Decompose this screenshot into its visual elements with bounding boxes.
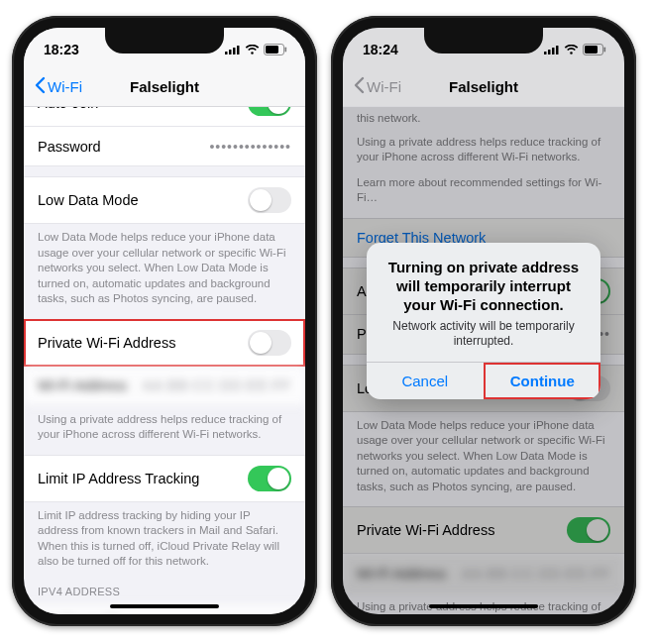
back-button[interactable]: Wi-Fi xyxy=(30,67,86,106)
svg-rect-13 xyxy=(604,48,606,53)
svg-rect-0 xyxy=(225,52,228,54)
svg-rect-9 xyxy=(552,48,555,54)
password-row[interactable]: Password •••••••••••••• xyxy=(24,127,305,166)
chevron-left-icon xyxy=(34,76,46,97)
svg-rect-2 xyxy=(233,48,236,54)
limit-tracking-toggle[interactable] xyxy=(248,466,291,491)
page-title: Falselight xyxy=(130,78,199,95)
auto-join-toggle[interactable] xyxy=(248,107,291,116)
page-title: Falselight xyxy=(449,78,518,95)
wifi-address-label: Wi-Fi Address xyxy=(38,377,127,393)
svg-rect-6 xyxy=(285,48,287,53)
settings-list[interactable]: Auto-Join Password •••••••••••••• Low Da… xyxy=(24,107,305,614)
svg-rect-10 xyxy=(556,46,559,54)
svg-rect-3 xyxy=(237,46,240,54)
alert-dialog: Turning on private address will temporar… xyxy=(367,243,600,398)
low-data-toggle[interactable] xyxy=(248,187,291,213)
status-indicators xyxy=(225,44,287,55)
battery-icon xyxy=(583,44,606,55)
limit-tracking-footer: Limit IP address tracking by hiding your… xyxy=(24,502,305,572)
svg-rect-12 xyxy=(585,46,598,54)
low-data-footer: Low Data Mode helps reduce your iPhone d… xyxy=(24,224,305,309)
notch xyxy=(105,28,224,54)
wifi-icon xyxy=(245,45,260,55)
status-time: 18:24 xyxy=(363,42,398,57)
status-indicators xyxy=(544,44,606,55)
screen-right: 18:24 Wi-Fi Falselight xyxy=(343,28,624,614)
home-indicator[interactable] xyxy=(429,604,538,608)
wifi-address-value: AA:BB:CC:DD:EE:FF xyxy=(143,377,291,393)
cancel-button[interactable]: Cancel xyxy=(367,363,484,399)
private-address-toggle[interactable] xyxy=(248,330,291,356)
ipv4-header: IPV4 ADDRESS xyxy=(24,572,305,601)
modal-overlay: Turning on private address will temporar… xyxy=(343,28,624,614)
alert-title: Turning on private address will temporar… xyxy=(381,259,587,314)
password-label: Password xyxy=(38,139,101,155)
battery-icon xyxy=(264,44,287,55)
private-address-footer: Using a private address helps reduce tra… xyxy=(24,406,305,445)
screen-left: 18:23 Wi-Fi Falselight xyxy=(24,28,305,614)
home-indicator[interactable] xyxy=(110,604,219,608)
cellular-icon xyxy=(544,45,560,54)
nav-bar: Wi-Fi Falselight xyxy=(24,67,305,107)
phone-right: 18:24 Wi-Fi Falselight xyxy=(331,16,636,626)
low-data-row[interactable]: Low Data Mode xyxy=(24,176,305,224)
auto-join-label: Auto-Join xyxy=(38,107,98,111)
phone-left: 18:23 Wi-Fi Falselight xyxy=(12,16,317,626)
auto-join-row[interactable]: Auto-Join xyxy=(24,107,305,127)
continue-button[interactable]: Continue xyxy=(484,363,601,399)
back-button[interactable]: Wi-Fi xyxy=(349,67,405,106)
notch xyxy=(424,28,543,54)
low-data-label: Low Data Mode xyxy=(38,192,139,208)
private-address-row[interactable]: Private Wi-Fi Address xyxy=(24,319,305,367)
back-label: Wi-Fi xyxy=(48,78,82,95)
limit-tracking-row[interactable]: Limit IP Address Tracking xyxy=(24,455,305,502)
nav-bar: Wi-Fi Falselight xyxy=(343,67,624,107)
alert-message: Network activity will be temporarily int… xyxy=(381,319,587,350)
svg-rect-1 xyxy=(229,50,232,54)
svg-rect-8 xyxy=(548,50,551,54)
back-label: Wi-Fi xyxy=(367,78,401,95)
limit-tracking-label: Limit IP Address Tracking xyxy=(38,471,199,486)
svg-rect-5 xyxy=(266,46,278,54)
wifi-address-row[interactable]: Wi-Fi Address AA:BB:CC:DD:EE:FF xyxy=(24,367,305,406)
wifi-icon xyxy=(564,45,579,55)
cellular-icon xyxy=(225,45,241,54)
private-address-label: Private Wi-Fi Address xyxy=(38,335,175,351)
status-time: 18:23 xyxy=(44,42,79,57)
svg-rect-7 xyxy=(544,52,547,54)
password-value: •••••••••••••• xyxy=(209,139,291,155)
chevron-left-icon xyxy=(353,76,365,97)
